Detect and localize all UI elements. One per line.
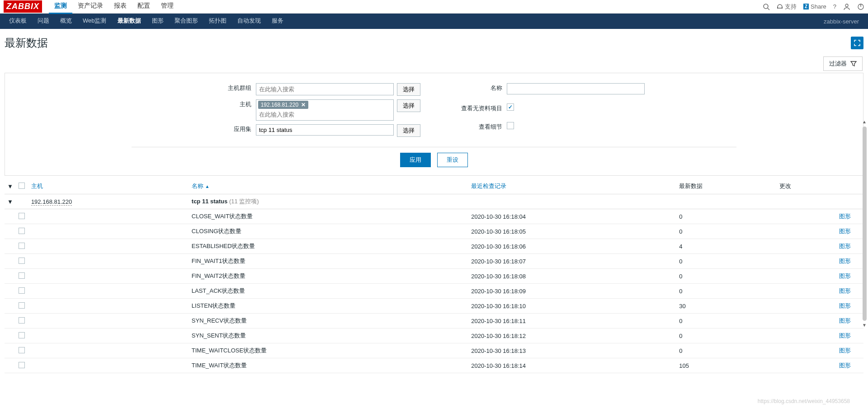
row-checkbox[interactable]: [19, 243, 25, 249]
show-detail-checkbox[interactable]: [507, 122, 514, 129]
user-icon[interactable]: [843, 3, 850, 10]
row-checkbox[interactable]: [19, 302, 25, 309]
secnav-item-4[interactable]: 最新数据: [112, 13, 146, 30]
hostgroup-select-button[interactable]: 选择: [397, 83, 420, 96]
help-icon[interactable]: ?: [833, 3, 836, 10]
page-header: 最新数据: [0, 29, 868, 55]
secnav-item-0[interactable]: 仪表板: [4, 13, 32, 30]
sort-asc-icon: ▲: [205, 184, 209, 189]
row-checkbox[interactable]: [19, 213, 25, 219]
row-checkbox[interactable]: [19, 272, 25, 279]
row-lastcheck: 2020-10-30 16:18:12: [468, 328, 676, 343]
share-link[interactable]: Z Share: [803, 3, 826, 10]
host-tag[interactable]: 192.168.81.220 ✕: [258, 101, 308, 109]
support-link[interactable]: 支持: [777, 3, 797, 11]
scrollbar[interactable]: [863, 127, 867, 321]
select-all-checkbox[interactable]: [19, 183, 25, 189]
power-icon[interactable]: [857, 3, 864, 10]
secnav-item-5[interactable]: 图形: [146, 13, 169, 30]
row-graph-link[interactable]: 图形: [839, 362, 851, 369]
expand-all-toggle[interactable]: ▼: [5, 178, 16, 194]
col-lastcheck[interactable]: 最近检查记录: [468, 178, 676, 194]
hostgroup-input[interactable]: [258, 84, 392, 94]
row-checkbox[interactable]: [19, 317, 25, 324]
row-checkbox[interactable]: [19, 258, 25, 264]
row-value: 0: [676, 284, 777, 299]
row-lastcheck: 2020-10-30 16:18:11: [468, 314, 676, 328]
row-lastcheck: 2020-10-30 16:18:10: [468, 299, 676, 314]
topbar: ZABBIX 监测资产记录报表配置管理 支持 Z Share ?: [0, 0, 868, 14]
table-row: CLOSING状态数量2020-10-30 16:18:050图形: [5, 224, 863, 239]
row-value: 105: [676, 358, 777, 373]
row-name: TIME_WAITCLOSE状态数量: [189, 343, 468, 358]
topnav-item-2[interactable]: 报表: [108, 0, 132, 14]
svg-line-1: [768, 8, 769, 10]
row-graph-link[interactable]: 图形: [839, 243, 851, 249]
col-lastdata[interactable]: 最新数据: [676, 178, 777, 194]
row-name: SYN_RECV状态数量: [189, 314, 468, 328]
table-row: ESTABLISHED状态数量2020-10-30 16:18:064图形: [5, 239, 863, 254]
appset-select-button[interactable]: 选择: [397, 124, 420, 137]
topnav-item-3[interactable]: 配置: [132, 0, 156, 14]
scroll-up-icon[interactable]: ▲: [862, 119, 867, 125]
row-name: FIN_WAIT2状态数量: [189, 269, 468, 284]
appset-input[interactable]: [256, 124, 394, 136]
row-graph-link[interactable]: 图形: [839, 228, 851, 234]
logo[interactable]: ZABBIX: [4, 0, 42, 13]
table-header-row: ▼ 主机 名称 ▲ 最近检查记录 最新数据 更改: [5, 178, 863, 194]
reset-button[interactable]: 重设: [437, 153, 468, 167]
secnav-item-7[interactable]: 拓扑图: [203, 13, 232, 30]
row-checkbox[interactable]: [19, 332, 25, 338]
row-graph-link[interactable]: 图形: [839, 332, 851, 339]
name-input[interactable]: [507, 83, 645, 94]
host-input[interactable]: [258, 110, 392, 119]
table-row: LAST_ACK状态数量2020-10-30 16:18:090图形: [5, 284, 863, 299]
col-host[interactable]: 主机: [28, 178, 189, 194]
row-graph-link[interactable]: 图形: [839, 302, 851, 309]
host-select-button[interactable]: 选择: [397, 99, 420, 112]
row-graph-link[interactable]: 图形: [839, 213, 851, 220]
secnav-item-3[interactable]: Web监测: [77, 13, 112, 30]
secnav-item-9[interactable]: 服务: [266, 13, 289, 30]
table-row: FIN_WAIT1状态数量2020-10-30 16:18:070图形: [5, 254, 863, 269]
row-checkbox[interactable]: [19, 287, 25, 294]
table-row: SYN_RECV状态数量2020-10-30 16:18:110图形: [5, 314, 863, 328]
svg-point-0: [764, 4, 768, 9]
col-change: 更改: [777, 178, 836, 194]
fullscreen-button[interactable]: [851, 37, 863, 49]
row-value: 0: [676, 343, 777, 358]
table-row: SYN_SENT状态数量2020-10-30 16:18:120图形: [5, 328, 863, 343]
secnav-item-6[interactable]: 聚合图形: [169, 13, 203, 30]
row-graph-link[interactable]: 图形: [839, 317, 851, 324]
filter-toggle-button[interactable]: 过滤器: [823, 56, 863, 71]
group-host-link[interactable]: 192.168.81.220: [31, 198, 72, 206]
row-graph-link[interactable]: 图形: [839, 258, 851, 264]
host-multiselect[interactable]: 192.168.81.220 ✕: [256, 99, 394, 121]
topnav-item-4[interactable]: 管理: [156, 0, 179, 14]
secnav-item-2[interactable]: 概览: [55, 13, 77, 30]
filter-toggle-bar: 过滤器: [0, 55, 868, 73]
group-expand-toggle[interactable]: ▼: [5, 194, 16, 209]
row-graph-link[interactable]: 图形: [839, 287, 851, 294]
search-icon[interactable]: [763, 3, 770, 10]
row-graph-link[interactable]: 图形: [839, 347, 851, 354]
row-value: 30: [676, 299, 777, 314]
secnav-item-8[interactable]: 自动发现: [232, 13, 266, 30]
row-checkbox[interactable]: [19, 362, 25, 368]
data-table: ▼ 主机 名称 ▲ 最近检查记录 最新数据 更改 ▼192.168.81.220…: [5, 178, 863, 373]
table-row: CLOSE_WAIT状态数量2020-10-30 16:18:040图形: [5, 209, 863, 224]
topnav-item-1[interactable]: 资产记录: [72, 0, 108, 14]
scroll-down-icon[interactable]: ▼: [862, 323, 867, 328]
row-checkbox[interactable]: [19, 347, 25, 353]
topnav-item-0[interactable]: 监测: [49, 0, 72, 14]
row-value: 0: [676, 209, 777, 224]
row-graph-link[interactable]: 图形: [839, 272, 851, 279]
apply-button[interactable]: 应用: [400, 153, 431, 167]
col-name[interactable]: 名称 ▲: [189, 178, 468, 194]
row-name: LAST_ACK状态数量: [189, 284, 468, 299]
row-checkbox[interactable]: [19, 228, 25, 234]
show-nodata-checkbox[interactable]: [507, 103, 514, 111]
hostgroup-multiselect[interactable]: [256, 83, 394, 95]
host-tag-remove-icon[interactable]: ✕: [301, 102, 306, 108]
secnav-item-1[interactable]: 问题: [32, 13, 55, 30]
